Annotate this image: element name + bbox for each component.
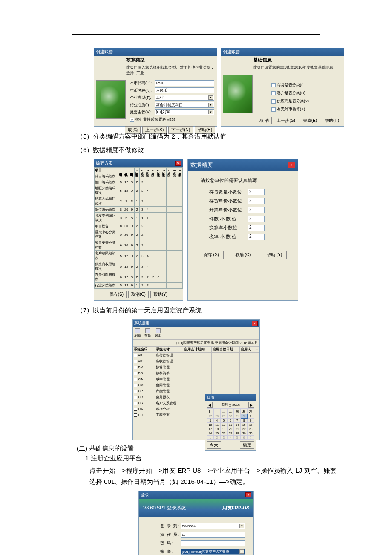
dialog-button[interactable]: 帮助 (Y) [262, 251, 287, 259]
cal-titlebar[interactable]: 日历 [205, 394, 256, 401]
text-field[interactable] [181, 540, 245, 546]
dialog-button[interactable]: 保存(S) [107, 291, 127, 298]
text-field[interactable]: [LJ]刘军▾ [155, 109, 214, 115]
chevron-down-icon[interactable]: ▾ [239, 524, 244, 528]
text-field[interactable]: [001](default)固定资产练习账套▾ [181, 549, 245, 555]
checkbox-icon[interactable] [134, 366, 137, 369]
titlebar[interactable]: 登录 × [139, 491, 253, 499]
calendar-day[interactable]: 18 [213, 427, 220, 431]
number-field[interactable]: 2 [248, 216, 265, 222]
checkbox-row[interactable]: 有无外币核算(A) [271, 107, 344, 112]
calendar-day[interactable]: 28 [213, 414, 220, 419]
text-field[interactable]: 工业▾ [155, 95, 214, 101]
table-row[interactable]: 委托中心分类档案530922 [95, 229, 183, 240]
calendar-day[interactable]: 14 [234, 423, 241, 427]
chevron-down-icon[interactable]: ▾ [229, 403, 231, 407]
calendar-day[interactable]: 10 [207, 423, 214, 427]
titlebar[interactable]: 编码方案 × [94, 159, 183, 167]
checkbox-icon[interactable] [134, 413, 137, 417]
prev-month-button[interactable]: ◀ [207, 402, 213, 408]
table-row[interactable]: BO物料清单 [133, 370, 259, 376]
dialog-button[interactable]: 取消 (C) [231, 251, 256, 259]
toolbar-button[interactable]: 退出 [155, 328, 161, 338]
scroll-up-icon[interactable]: ▴ [255, 347, 259, 353]
calendar-day[interactable]: 29 [220, 414, 227, 419]
dialog-button[interactable]: 帮助(H) [322, 117, 342, 124]
checkbox-icon[interactable] [134, 402, 137, 405]
checkbox-icon[interactable] [271, 91, 276, 95]
calendar-day[interactable]: 3 [207, 419, 214, 423]
text-field[interactable]: 新会计制度科目▾ [155, 102, 214, 108]
calendar-day[interactable]: 4 [227, 436, 234, 440]
calendar-day[interactable]: 24 [207, 431, 214, 436]
calendar-grid[interactable]: 日一二三四五六272829303112345678910111213141516… [207, 408, 254, 440]
calendar-day[interactable]: 2 [213, 436, 220, 440]
calendar-day[interactable]: 17 [207, 427, 214, 431]
checkbox-icon[interactable] [134, 390, 137, 393]
calendar-day[interactable]: 6 [227, 419, 234, 423]
calendar-day[interactable]: 30 [248, 431, 254, 436]
calendar-day[interactable]: 13 [227, 423, 234, 427]
checkbox-icon[interactable] [271, 99, 276, 104]
titlebar[interactable]: 创建账套 [94, 48, 217, 56]
number-field[interactable]: 2 [248, 189, 265, 195]
close-icon[interactable]: × [175, 161, 181, 166]
calendar-day[interactable]: 28 [234, 431, 241, 436]
titlebar[interactable]: 系统启用 × [133, 320, 259, 327]
dialog-button[interactable]: 上一步(S) [274, 117, 298, 124]
checkbox-row[interactable]: 存货是否分类(I) [271, 82, 344, 88]
checkbox-icon[interactable]: ✓ [130, 118, 134, 122]
table-row[interactable]: 科目编码级次9159422 [95, 173, 183, 179]
table-row[interactable]: 项目要素分类档案630922 [95, 240, 183, 251]
checkbox-icon[interactable] [134, 360, 137, 363]
dialog-button[interactable]: 帮助(Y) [150, 291, 170, 298]
calendar-day[interactable]: 6 [241, 436, 248, 440]
table-row[interactable]: 供应商权限组级次5129234 [95, 261, 183, 272]
table-row[interactable]: 地区分类编码级次5129234 [95, 185, 183, 196]
chevron-down-icon[interactable]: ▾ [208, 95, 213, 100]
table-row[interactable]: 存货权限组级次812922223 [95, 272, 183, 283]
checkbox-row[interactable]: 供应商是否分类(V) [271, 98, 344, 104]
titlebar[interactable]: 创建账套 [221, 48, 344, 56]
checkbox-icon[interactable] [134, 372, 137, 375]
chevron-down-icon[interactable]: ▾ [239, 549, 244, 554]
chevron-down-icon[interactable]: ▾ [208, 103, 213, 107]
calendar-day[interactable]: 11 [213, 423, 220, 427]
calendar-day[interactable]: 26 [220, 431, 227, 436]
table-row[interactable]: 货位编码级次8209234 [95, 207, 183, 213]
table-row[interactable]: 项目设备830922 [95, 223, 183, 229]
number-field[interactable]: 2 [248, 198, 265, 204]
calendar-day[interactable]: 27 [227, 431, 234, 436]
calendar-day[interactable]: 5 [234, 436, 241, 440]
dialog-button[interactable]: 取 消 [257, 117, 272, 124]
number-field[interactable]: 2 [248, 207, 265, 213]
table-row[interactable]: 结算方式编码级次23312 [95, 196, 183, 207]
chevron-down-icon[interactable]: ▾ [208, 110, 213, 114]
toolbar-button[interactable]: 帮助 [144, 328, 151, 338]
today-button[interactable]: 今天 [207, 441, 221, 449]
calendar-day[interactable]: 19 [220, 427, 227, 431]
calendar-day[interactable]: 4 [213, 419, 220, 423]
calendar-day[interactable]: 2 [248, 414, 254, 419]
checkbox-icon[interactable] [271, 83, 276, 87]
calendar-day[interactable]: 27 [207, 414, 214, 419]
table-row[interactable]: 客户权限组级次5129234 [95, 251, 183, 261]
checkbox-icon[interactable] [134, 396, 137, 399]
dialog-button[interactable]: 完成(E) [300, 117, 320, 124]
calendar-day[interactable]: 7 [248, 436, 254, 440]
table-row[interactable]: AR应收款管理 [133, 358, 259, 364]
table-row[interactable]: AP应付款管理 [133, 353, 259, 358]
text-field[interactable]: 人民币 [155, 87, 214, 93]
table-row[interactable]: CA成本管理 [133, 376, 259, 382]
table-row[interactable]: CP产能管理 [133, 388, 259, 394]
calendar-day[interactable]: 16 [248, 423, 254, 427]
calendar-day[interactable]: 3 [220, 436, 227, 440]
table-row[interactable]: 部门编码级次512922 [95, 179, 183, 185]
text-field[interactable]: LJ [181, 532, 245, 538]
text-field[interactable]: RMB [155, 80, 214, 86]
calendar-day[interactable]: 25 [213, 431, 220, 436]
calendar-day[interactable]: 9 [248, 419, 254, 423]
table-row[interactable]: 收发类别编码级次355111 [95, 213, 183, 223]
calendar-day[interactable]: 30 [227, 414, 234, 419]
checkbox-icon[interactable] [134, 384, 137, 387]
